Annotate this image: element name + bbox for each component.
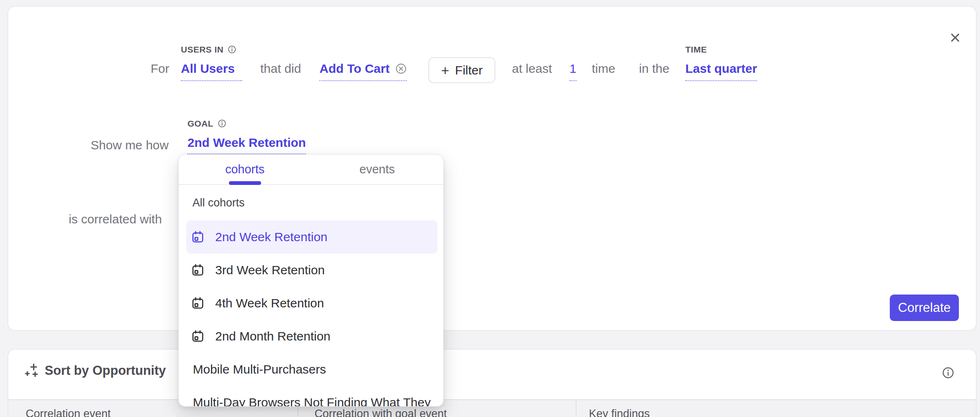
users-in-label-text: USERS IN bbox=[181, 45, 223, 54]
that-did-word: that did bbox=[260, 61, 301, 76]
goal-picker-dropdown: cohorts events All cohorts 2nd Week Rete… bbox=[178, 154, 444, 407]
goal-label-text: GOAL bbox=[187, 119, 214, 128]
results-toolbar: Sort by Opportunity bbox=[8, 350, 976, 399]
is-correlated-word: is correlated with bbox=[69, 212, 162, 227]
calendar-icon bbox=[191, 264, 204, 277]
sort-by-opportunity-label: Sort by Opportunity bbox=[45, 363, 166, 378]
column-header-correlation-with-goal-event: Correlation with goal event bbox=[315, 407, 447, 417]
time-range-selector[interactable]: Last quarter bbox=[685, 61, 757, 81]
results-table-header: Correlation event Correlation with goal … bbox=[8, 399, 976, 417]
event-selector[interactable]: Add To Cart bbox=[319, 61, 407, 81]
correlate-button[interactable]: Correlate bbox=[890, 295, 959, 321]
remove-event-icon[interactable] bbox=[395, 63, 407, 74]
add-filter-button-label: Filter bbox=[455, 64, 483, 77]
list-item-multi-day-browsers[interactable]: Multi-Day Browsers Not Finding What They bbox=[186, 386, 437, 407]
time-label-text: TIME bbox=[685, 45, 707, 54]
column-divider bbox=[576, 400, 576, 417]
info-icon[interactable] bbox=[218, 119, 226, 128]
active-tab-indicator bbox=[229, 181, 261, 185]
calendar-icon bbox=[191, 230, 204, 244]
show-me-how-word: Show me how bbox=[91, 138, 168, 153]
calendar-icon bbox=[191, 330, 204, 343]
tab-cohorts[interactable]: cohorts bbox=[179, 155, 311, 184]
close-icon[interactable] bbox=[946, 29, 964, 47]
info-icon[interactable] bbox=[940, 364, 956, 381]
list-item-label: 3rd Week Retention bbox=[215, 263, 325, 278]
time-label: TIME bbox=[685, 45, 707, 54]
event-selector-label: Add To Cart bbox=[319, 61, 389, 76]
sparkle-icon bbox=[24, 363, 40, 378]
cohort-selector[interactable]: All Users bbox=[181, 61, 242, 81]
list-item-label: 4th Week Retention bbox=[215, 296, 324, 311]
list-item-2nd-week-retention[interactable]: 2nd Week Retention bbox=[186, 220, 437, 254]
add-filter-button[interactable]: + Filter bbox=[428, 57, 495, 83]
cohort-section-label: All cohorts bbox=[192, 196, 245, 209]
list-item-label: 2nd Week Retention bbox=[215, 230, 327, 244]
in-the-word: in the bbox=[639, 61, 669, 76]
at-least-word: at least bbox=[512, 61, 552, 76]
dropdown-tabbar: cohorts events bbox=[179, 155, 443, 185]
time-word: time bbox=[592, 61, 615, 76]
list-item-label: Multi-Day Browsers Not Finding What They bbox=[193, 395, 431, 407]
plus-icon: + bbox=[441, 64, 449, 77]
list-item-label: Mobile Multi-Purchasers bbox=[193, 362, 326, 377]
list-item-mobile-multi-purchasers[interactable]: Mobile Multi-Purchasers bbox=[186, 353, 437, 386]
sort-by-opportunity-button[interactable]: Sort by Opportunity bbox=[24, 363, 166, 378]
list-item-3rd-week-retention[interactable]: 3rd Week Retention bbox=[186, 254, 437, 287]
goal-label: GOAL bbox=[187, 119, 226, 128]
for-word: For bbox=[151, 61, 169, 76]
list-item-4th-week-retention[interactable]: 4th Week Retention bbox=[186, 287, 437, 320]
tab-events[interactable]: events bbox=[311, 155, 444, 184]
times-count-selector[interactable]: 1 bbox=[569, 61, 576, 81]
column-header-key-findings: Key findings bbox=[589, 407, 650, 417]
calendar-icon bbox=[191, 297, 204, 310]
goal-selector[interactable]: 2nd Week Retention bbox=[187, 135, 306, 154]
column-header-correlation-event: Correlation event bbox=[26, 407, 111, 417]
info-icon[interactable] bbox=[228, 45, 236, 54]
results-card: Sort by Opportunity Correlation event Co… bbox=[7, 349, 977, 417]
list-item-2nd-month-retention[interactable]: 2nd Month Retention bbox=[186, 320, 437, 353]
correlation-query-card: USERS IN TIME For All Users that did Add… bbox=[7, 6, 977, 331]
list-item-label: 2nd Month Retention bbox=[215, 329, 331, 344]
users-in-label: USERS IN bbox=[181, 45, 236, 54]
